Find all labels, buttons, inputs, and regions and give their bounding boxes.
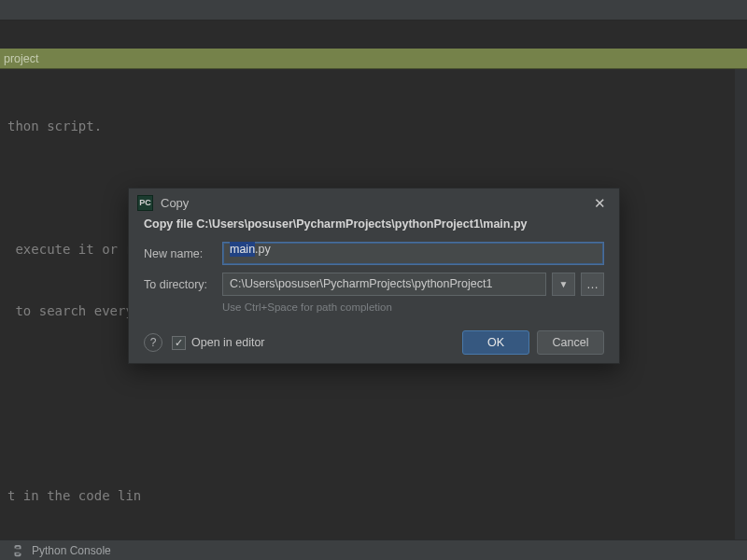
new-name-label: New name:	[144, 247, 222, 260]
title-bar	[0, 0, 747, 21]
path-completion-hint: Use Ctrl+Space for path completion	[222, 301, 604, 313]
chevron-down-icon: ▼	[559, 279, 569, 289]
dialog-titlebar[interactable]: PC Copy ✕	[129, 189, 619, 217]
open-in-editor-checkbox[interactable]: ✓ Open in editor	[172, 336, 265, 350]
code-line	[7, 362, 747, 383]
new-name-selection: main	[230, 242, 255, 257]
dialog-title: Copy	[161, 196, 588, 210]
editor-scrollbar[interactable]	[734, 69, 747, 539]
ellipsis-icon: …	[586, 277, 599, 291]
help-button[interactable]: ?	[144, 333, 162, 352]
code-line	[7, 424, 747, 444]
new-name-input[interactable]: main.py	[222, 242, 604, 265]
to-directory-label: To directory:	[144, 278, 222, 291]
open-in-editor-label: Open in editor	[191, 336, 265, 349]
copy-dialog: PC Copy ✕ Copy file C:\Users\posuser\Pyc…	[128, 188, 620, 364]
status-bar: Python Console	[0, 539, 747, 560]
code-line: t in the code lin	[7, 485, 747, 506]
help-icon: ?	[150, 336, 157, 349]
pycharm-icon: PC	[137, 195, 153, 211]
ok-button[interactable]: OK	[462, 330, 529, 355]
toolbar-area	[0, 21, 747, 49]
editor-tab[interactable]: project	[0, 49, 747, 69]
close-icon[interactable]: ✕	[588, 192, 611, 215]
python-icon	[11, 544, 24, 557]
editor-tab-label: project	[4, 52, 39, 65]
to-directory-input[interactable]: C:\Users\posuser\PycharmProjects\pythonP…	[222, 273, 546, 296]
browse-button[interactable]: …	[581, 273, 604, 296]
dialog-subtitle: Copy file C:\Users\posuser\PycharmProjec…	[144, 217, 604, 231]
python-console-label[interactable]: Python Console	[32, 544, 111, 557]
code-line: thon script.	[7, 116, 747, 136]
cancel-button[interactable]: Cancel	[537, 330, 604, 355]
checkbox-box: ✓	[172, 336, 186, 350]
directory-dropdown-button[interactable]: ▼	[552, 273, 575, 296]
